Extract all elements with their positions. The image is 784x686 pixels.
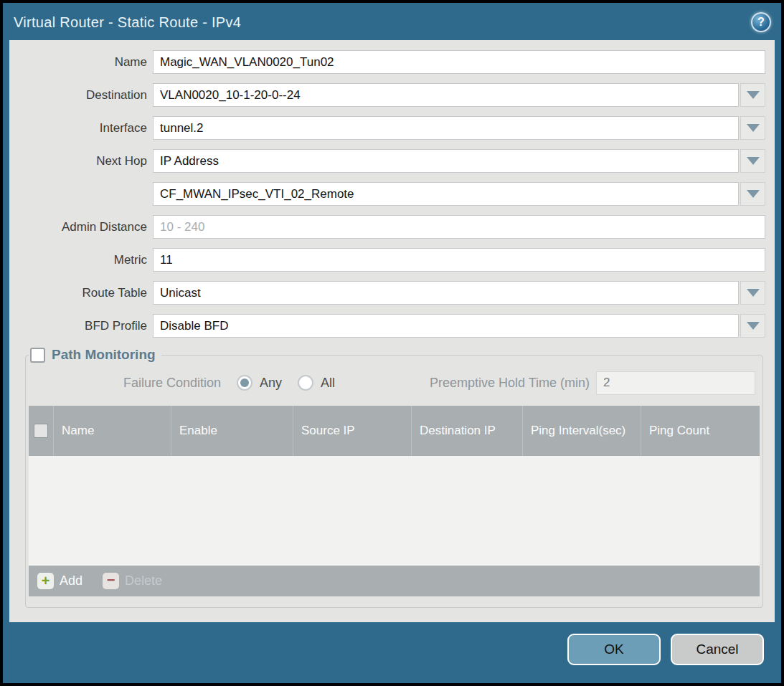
next-hop-type-dropdown-button[interactable] — [740, 149, 765, 173]
delete-button[interactable]: − Delete — [103, 573, 162, 589]
name-field — [153, 50, 765, 74]
failure-condition-row: Failure Condition AnyAll Preemptive Hold… — [29, 370, 760, 396]
destination-dropdown-button[interactable] — [740, 83, 765, 107]
form-row-name: Name — [9, 50, 765, 74]
help-icon[interactable]: ? — [751, 12, 771, 32]
title-bar: Virtual Router - Static Route - IPv4 ? — [3, 3, 781, 40]
column-header-ping-interval-sec-: Ping Interval(sec) — [522, 406, 641, 456]
path-monitoring-checkbox[interactable] — [30, 348, 45, 363]
metric-input[interactable] — [153, 248, 765, 272]
chevron-down-icon — [747, 124, 760, 132]
interface-field — [153, 116, 765, 140]
bottom-bar: OK Cancel — [3, 622, 781, 683]
next-hop-address-input[interactable] — [153, 182, 739, 206]
bfd-profile-field — [153, 314, 765, 338]
next-hop-type-label: Next Hop — [9, 154, 147, 168]
dialog-window: Virtual Router - Static Route - IPv4 ? N… — [3, 3, 781, 683]
bfd-profile-dropdown-button[interactable] — [740, 314, 765, 338]
delete-button-label: Delete — [125, 573, 162, 589]
screen: Virtual Router - Static Route - IPv4 ? N… — [0, 0, 784, 686]
form-row-route-table: Route Table — [9, 281, 765, 305]
form-row-next-hop-address — [9, 182, 765, 206]
chevron-down-icon — [747, 190, 760, 198]
name-input[interactable] — [153, 50, 765, 74]
admin-distance-label: Admin Distance — [9, 220, 147, 234]
failure-condition-radio-any[interactable] — [237, 375, 252, 391]
failure-condition-label: Failure Condition — [29, 376, 221, 391]
chevron-down-icon — [747, 289, 760, 297]
help-glyph: ? — [757, 16, 765, 29]
select-all-checkbox[interactable] — [34, 424, 48, 438]
failure-condition-option-label-any: Any — [260, 376, 282, 391]
destination-field — [153, 83, 765, 107]
admin-distance-field — [153, 215, 765, 239]
failure-condition-options: AnyAll — [221, 375, 335, 391]
plus-icon: + — [37, 573, 54, 589]
dialog-body: NameDestinationInterfaceNext HopAdmin Di… — [9, 40, 775, 622]
form-row-interface: Interface — [9, 116, 765, 140]
cancel-button[interactable]: Cancel — [671, 634, 764, 665]
admin-distance-input[interactable] — [153, 215, 765, 239]
name-label: Name — [9, 55, 147, 70]
next-hop-type-field — [153, 149, 765, 173]
table-body-empty — [29, 456, 760, 566]
failure-condition-option-label-all: All — [321, 376, 335, 391]
next-hop-address-dropdown-button[interactable] — [740, 182, 765, 206]
interface-label: Interface — [9, 121, 147, 135]
path-monitoring-table: NameEnableSource IPDestination IPPing In… — [29, 406, 760, 596]
preemptive-hold-time-label: Preemptive Hold Time (min) — [430, 376, 590, 391]
column-header-destination-ip: Destination IP — [411, 406, 522, 456]
column-header-name: Name — [53, 406, 171, 456]
path-monitoring-legend: Path Monitoring — [29, 347, 161, 363]
chevron-down-icon — [747, 91, 760, 99]
column-header-enable: Enable — [171, 406, 293, 456]
form-row-bfd-profile: BFD Profile — [9, 314, 765, 338]
next-hop-type-input[interactable] — [153, 149, 739, 173]
failure-condition-radio-all[interactable] — [298, 375, 313, 391]
metric-label: Metric — [9, 253, 147, 267]
path-monitoring-title: Path Monitoring — [52, 347, 156, 363]
form-row-next-hop-type: Next Hop — [9, 149, 765, 173]
form-rows: NameDestinationInterfaceNext HopAdmin Di… — [9, 50, 775, 338]
radio-selected-dot — [240, 378, 249, 387]
form-row-destination: Destination — [9, 83, 765, 107]
minus-icon: − — [103, 573, 119, 589]
ok-button[interactable]: OK — [567, 634, 661, 665]
preemptive-hold-time-input[interactable] — [596, 371, 755, 395]
bfd-profile-label: BFD Profile — [9, 319, 147, 333]
table-header-row: NameEnableSource IPDestination IPPing In… — [29, 406, 760, 456]
route-table-input[interactable] — [153, 281, 739, 305]
destination-input[interactable] — [153, 83, 739, 107]
table-header-checkbox-cell — [29, 406, 53, 456]
interface-input[interactable] — [153, 116, 739, 140]
form-row-admin-distance: Admin Distance — [9, 215, 765, 239]
metric-field — [153, 248, 765, 272]
route-table-field — [153, 281, 765, 305]
path-monitoring-section: Path Monitoring Failure Condition AnyAll… — [25, 347, 763, 608]
next-hop-address-field — [153, 182, 765, 206]
form-row-metric: Metric — [9, 248, 765, 272]
route-table-dropdown-button[interactable] — [740, 281, 765, 305]
chevron-down-icon — [747, 322, 760, 330]
route-table-label: Route Table — [9, 286, 147, 300]
interface-dropdown-button[interactable] — [740, 116, 765, 140]
column-header-source-ip: Source IP — [293, 406, 411, 456]
table-footer: + Add − Delete — [29, 566, 760, 596]
chevron-down-icon — [747, 157, 760, 165]
add-button-label: Add — [60, 573, 82, 589]
add-button[interactable]: + Add — [37, 573, 82, 589]
bfd-profile-input[interactable] — [153, 314, 739, 338]
destination-label: Destination — [9, 88, 147, 103]
dialog-title: Virtual Router - Static Route - IPv4 — [14, 14, 241, 31]
column-header-ping-count: Ping Count — [641, 406, 760, 456]
